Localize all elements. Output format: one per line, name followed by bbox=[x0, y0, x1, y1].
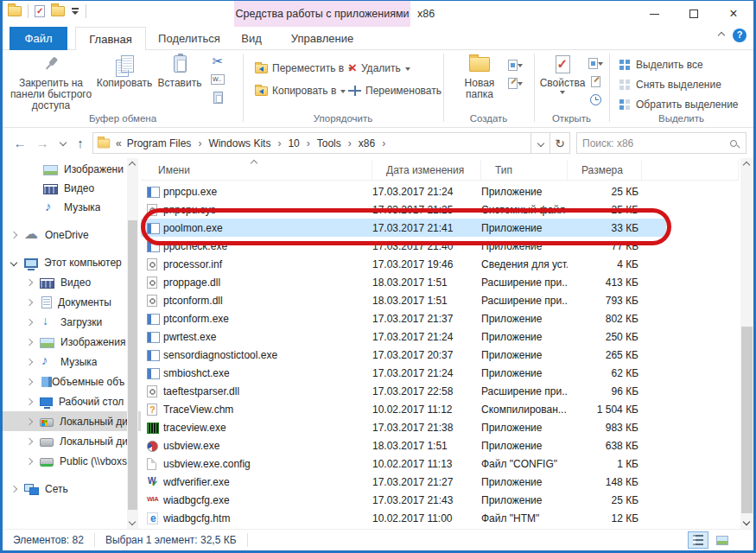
expand-chevron-icon[interactable] bbox=[10, 259, 17, 266]
file-row[interactable]: pwrtest.exe 17.03.2017 21:24 Приложение … bbox=[141, 327, 666, 346]
scroll-up-icon[interactable] bbox=[743, 162, 750, 168]
sidebar-scrollbar[interactable] bbox=[127, 158, 138, 529]
history-button[interactable] bbox=[586, 92, 605, 107]
sidebar-item[interactable]: Public (\\vboxsr bbox=[3, 451, 141, 471]
file-row[interactable]: poolmon.exe 17.03.2017 21:41 Приложение … bbox=[141, 219, 666, 237]
tab-manage[interactable]: Управление bbox=[262, 27, 383, 50]
new-folder-button[interactable]: Новая папка bbox=[455, 50, 504, 100]
open-button[interactable] bbox=[586, 55, 605, 71]
search-input[interactable] bbox=[577, 137, 730, 149]
file-row[interactable]: processor.inf 17.03.2017 19:46 Сведения … bbox=[141, 255, 666, 273]
up-button[interactable]: ↑ bbox=[70, 132, 91, 153]
sidebar-item[interactable]: Музыка bbox=[3, 198, 141, 217]
expand-chevron-icon[interactable] bbox=[26, 298, 33, 305]
back-button[interactable]: ← bbox=[10, 132, 30, 153]
paste-shortcut-button[interactable] bbox=[208, 90, 227, 105]
file-row[interactable]: ptconform.dll 18.03.2017 1:51 Расширение… bbox=[141, 291, 666, 309]
delete-button[interactable]: × Удалить bbox=[348, 60, 410, 76]
sidebar-item[interactable]: Видео bbox=[3, 179, 141, 198]
column-header-type[interactable]: Тип bbox=[481, 160, 568, 180]
breadcrumb[interactable]: Program FilesWindows Kits10Toolsx86 bbox=[92, 132, 531, 154]
minimize-button[interactable] bbox=[634, 1, 674, 27]
sidebar-item[interactable]: OneDrive bbox=[3, 226, 141, 245]
new-item-button[interactable] bbox=[505, 57, 524, 73]
search-icon[interactable] bbox=[730, 140, 737, 147]
forward-button[interactable]: → bbox=[32, 132, 53, 153]
pin-to-quick-access-button[interactable]: Закрепить на панели быстрого доступа bbox=[6, 50, 96, 111]
copy-to-button[interactable]: Копировать в bbox=[255, 83, 346, 99]
sidebar-item[interactable]: Изображени bbox=[3, 160, 141, 179]
rename-button[interactable]: Переименовать bbox=[348, 83, 442, 99]
scrollbar-thumb[interactable] bbox=[741, 327, 753, 513]
file-row[interactable]: smbioshct.exe 17.03.2017 21:24 Приложени… bbox=[141, 364, 666, 382]
column-header-size[interactable]: Размера bbox=[568, 160, 642, 180]
expand-chevron-icon[interactable] bbox=[26, 417, 33, 424]
tab-file[interactable]: Файл bbox=[10, 27, 67, 50]
tab-home[interactable]: Главная bbox=[75, 27, 146, 50]
details-view-button[interactable] bbox=[688, 531, 708, 549]
scroll-down-icon[interactable] bbox=[743, 518, 750, 525]
file-row[interactable]: ptconform.exe 17.03.2017 21:37 Приложени… bbox=[141, 309, 666, 327]
invert-selection-button[interactable]: Обратить выделение bbox=[619, 97, 739, 112]
file-row[interactable]: proppage.dll 18.03.2017 1:51 Расширение … bbox=[141, 273, 666, 291]
sidebar-item[interactable]: Загрузки bbox=[3, 312, 141, 332]
select-none-button[interactable]: Снять выделение bbox=[619, 77, 721, 92]
file-row[interactable]: pnpcpu.exe 17.03.2017 21:24 Приложение 2… bbox=[141, 182, 666, 200]
column-header-date[interactable]: Дата изменения bbox=[372, 160, 481, 180]
expand-chevron-icon[interactable] bbox=[26, 318, 33, 325]
expand-chevron-icon[interactable] bbox=[26, 437, 33, 444]
scrollbar-thumb[interactable] bbox=[128, 220, 137, 510]
edit-button[interactable] bbox=[586, 73, 605, 89]
file-row[interactable]: wdfverifier.exe 17.03.2017 21:27 Приложе… bbox=[141, 473, 666, 491]
collapse-ribbon-button[interactable] bbox=[718, 32, 725, 39]
folder-icon[interactable] bbox=[8, 6, 22, 16]
file-list-scrollbar[interactable] bbox=[740, 158, 753, 529]
paste-button[interactable]: Вставить bbox=[155, 50, 205, 89]
sidebar-item[interactable]: Документы bbox=[3, 292, 141, 312]
sidebar-item[interactable]: Видео bbox=[3, 272, 141, 292]
properties-button[interactable]: Свойства bbox=[539, 50, 586, 95]
sidebar-item[interactable]: Объемные объ bbox=[3, 372, 141, 391]
cut-button[interactable]: ✂ bbox=[208, 54, 227, 69]
move-to-button[interactable]: Переместить в bbox=[255, 60, 353, 76]
properties-check-icon[interactable] bbox=[35, 5, 45, 17]
select-all-button[interactable]: Выделить все bbox=[619, 57, 703, 73]
expand-chevron-icon[interactable] bbox=[26, 278, 33, 285]
help-icon[interactable] bbox=[733, 29, 746, 42]
expand-chevron-icon[interactable] bbox=[26, 378, 33, 385]
refresh-button[interactable]: ↻ bbox=[550, 132, 570, 154]
sidebar-item[interactable]: Рабочий стол bbox=[3, 391, 141, 411]
file-row[interactable]: taeftestparser.dll 17.03.2017 22:58 Расш… bbox=[141, 382, 666, 400]
close-button[interactable]: × bbox=[714, 1, 753, 27]
sidebar-item[interactable]: Локальный дис bbox=[3, 411, 141, 431]
tab-share[interactable]: Поделиться bbox=[153, 27, 226, 50]
breadcrumb-item[interactable]: Program Files bbox=[127, 137, 209, 149]
file-row[interactable]: TraceView.chm 10.02.2017 11:12 Скомпилир… bbox=[141, 400, 666, 418]
sidebar-item[interactable]: Музыка bbox=[3, 352, 141, 372]
copy-path-button[interactable] bbox=[208, 72, 227, 87]
scroll-down-icon[interactable] bbox=[129, 518, 136, 525]
file-row[interactable]: usbview.exe.config 10.02.2017 11:13 Файл… bbox=[141, 454, 666, 473]
breadcrumb-item[interactable]: Tools bbox=[317, 137, 359, 149]
expand-chevron-icon[interactable] bbox=[26, 397, 33, 404]
maximize-button[interactable] bbox=[674, 1, 714, 27]
file-row[interactable]: usbview.exe 18.03.2017 1:51 Приложение 6… bbox=[141, 436, 666, 454]
breadcrumb-item[interactable]: x86 bbox=[359, 137, 392, 149]
new-folder-icon[interactable] bbox=[51, 6, 65, 16]
thumbnails-view-button[interactable] bbox=[712, 531, 733, 549]
expand-chevron-icon[interactable] bbox=[26, 358, 33, 365]
scroll-up-icon[interactable] bbox=[129, 162, 136, 168]
expand-chevron-icon[interactable] bbox=[26, 457, 33, 464]
file-row[interactable]: ppdcheck.exe 17.03.2017 21:40 Приложение… bbox=[141, 237, 666, 255]
file-row[interactable]: sensordiagnostictool.exe 17.03.2017 20:3… bbox=[141, 346, 666, 364]
file-row[interactable]: wiadbgcfg.htm 10.02.2017 11:00 Файл "HTM… bbox=[141, 509, 666, 527]
sidebar-item[interactable]: Локальный дис bbox=[3, 431, 141, 451]
copy-button[interactable]: Копировать bbox=[96, 50, 153, 89]
breadcrumb-item[interactable]: 10 bbox=[288, 137, 316, 149]
breadcrumb-item[interactable]: Windows Kits bbox=[208, 137, 288, 149]
sidebar-item[interactable]: Этот компьютер bbox=[3, 253, 141, 272]
expand-chevron-icon[interactable] bbox=[10, 486, 17, 493]
file-row[interactable]: wiadbgcfg.exe 17.03.2017 21:43 Приложени… bbox=[141, 491, 666, 509]
easy-access-button[interactable] bbox=[505, 75, 524, 91]
address-history-button[interactable] bbox=[531, 132, 550, 154]
